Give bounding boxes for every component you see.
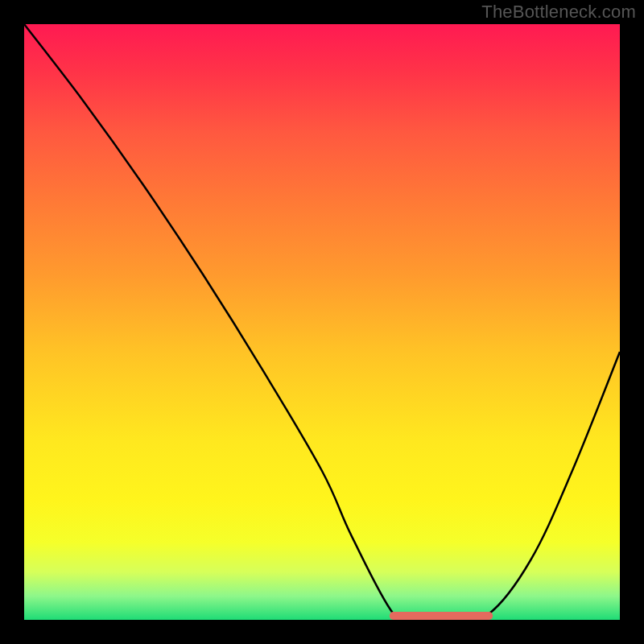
bottleneck-curve-svg bbox=[24, 24, 620, 620]
curve-path bbox=[24, 24, 620, 620]
chart-plot-area bbox=[24, 24, 620, 620]
watermark-text: TheBottleneck.com bbox=[481, 2, 636, 23]
